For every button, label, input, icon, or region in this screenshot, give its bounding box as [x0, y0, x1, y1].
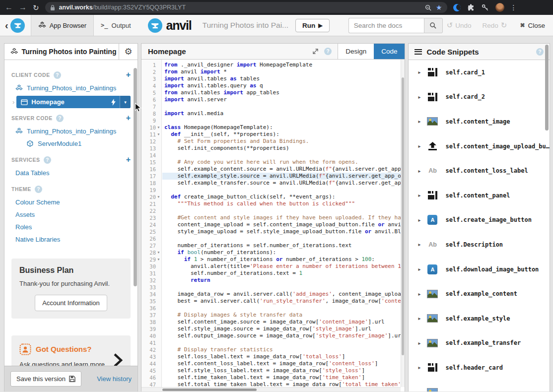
search-button[interactable] [424, 18, 443, 33]
scrollbar-thumb[interactable] [162, 389, 257, 392]
code-line[interactable]: self.content_loss_label.text = image_dat… [162, 360, 401, 367]
code-line[interactable]: self.example_content.source = anvil.URLM… [162, 166, 401, 173]
expand-caret-icon[interactable] [418, 217, 426, 223]
snippet-item[interactable]: self.header_card [418, 355, 550, 380]
tab-code[interactable]: Code [374, 44, 405, 59]
expand-caret-icon[interactable] [418, 365, 426, 370]
questions-card[interactable]: Got Questions? Ask questions and learn m… [11, 335, 131, 366]
anvil-logo-icon[interactable] [10, 18, 25, 33]
code-line[interactable]: import anvil.tables as tables [162, 75, 401, 82]
code-line[interactable]: # Any code you write here will run when … [162, 159, 401, 166]
code-line[interactable]: def create_image_button_click(self, **ev… [162, 194, 401, 200]
code-line[interactable]: self.time_taken_label.text = image_data_… [162, 374, 401, 381]
view-history-link[interactable]: View history [97, 375, 132, 383]
account-information-button[interactable]: Account Information [35, 295, 107, 311]
snippets-scrollbar[interactable] [545, 45, 549, 131]
snippet-item[interactable]: self.card_2 [418, 85, 550, 110]
expand-caret-icon[interactable] [418, 291, 426, 297]
back-chevron-icon[interactable]: ‹ [5, 20, 8, 30]
redo-button[interactable]: Redo ↻ [483, 21, 507, 30]
sidebar-item-theme[interactable]: Roles [11, 221, 131, 233]
tab-output[interactable]: >_ Output [94, 15, 138, 36]
scrollbar-thumb[interactable] [402, 77, 404, 355]
snippet-item[interactable]: self.content_loss_label [418, 158, 550, 183]
bookmark-star-icon[interactable]: ★ [436, 3, 442, 11]
expand-caret-icon[interactable] [418, 193, 426, 198]
run-button[interactable]: Run ▶ [295, 19, 330, 32]
expand-caret-icon[interactable] [418, 266, 426, 272]
code-line[interactable]: self.style_image.source = image_data_row… [162, 326, 401, 332]
sidebar-item-theme[interactable]: Assets [11, 208, 131, 221]
expand-caret-icon[interactable] [418, 168, 426, 174]
help-icon[interactable] [536, 48, 544, 56]
expand-caret-icon[interactable] [418, 316, 426, 321]
snippet-item[interactable]: self.card_1 [418, 60, 550, 85]
code-line[interactable]: import anvil.server [162, 96, 401, 103]
code-line[interactable] [162, 117, 401, 124]
code-line[interactable]: image_data_row = anvil.server.call('add_… [162, 291, 401, 298]
tab-design[interactable]: Design [338, 44, 374, 59]
add-icon[interactable] [126, 114, 131, 122]
profile-avatar[interactable] [495, 3, 504, 12]
code-line[interactable] [162, 103, 401, 110]
code-line[interactable]: #Get content and style images if they ha… [162, 214, 401, 221]
snippet-item[interactable]: self.create_image_button [418, 208, 550, 233]
tab-app-browser[interactable]: App Browser [31, 15, 94, 36]
code-line[interactable]: # Display images & style transfer data [162, 312, 401, 319]
editor-vertical-scrollbar[interactable] [401, 60, 405, 387]
snippet-item[interactable]: self.download_image_button [418, 257, 550, 282]
code-line[interactable]: self.init_components(**properties) [162, 145, 401, 152]
help-icon[interactable] [56, 115, 64, 122]
code-line[interactable]: best = anvil.server.call('run_style_tran… [162, 298, 401, 305]
code-line[interactable]: class Homepage(HomepageTemplate): [162, 124, 401, 131]
code-line[interactable] [162, 284, 401, 291]
code-line[interactable]: import anvil.media [162, 110, 401, 117]
browser-back-icon[interactable]: ← [5, 3, 13, 11]
code-line[interactable]: from anvil import * [162, 68, 401, 75]
search-input[interactable] [348, 18, 424, 33]
browser-reload-icon[interactable]: ↻ [33, 4, 39, 11]
code-line[interactable]: if 1 > number_of_iterations or number_of… [162, 256, 401, 263]
browser-menu-icon[interactable]: ⋮ [510, 3, 517, 11]
code-line[interactable]: self.output_image.source = image_data_ro… [162, 332, 401, 339]
lightning-icon[interactable] [111, 99, 116, 106]
help-icon[interactable] [35, 186, 42, 193]
code-line[interactable]: return [162, 277, 401, 284]
sidebar-item-homepage[interactable]: Homepage ▾ [16, 96, 131, 108]
snippet-item[interactable]: self.example_content [418, 281, 550, 306]
add-icon[interactable] [126, 156, 131, 164]
code-line[interactable]: self.content_image.source = image_data_r… [162, 319, 401, 326]
code-line[interactable]: self.style_loss_label.text = image_data_… [162, 367, 401, 374]
address-bar[interactable]: anvil.works/build#app:3S2VZY5QQ3PR3LYT ★ [45, 2, 447, 13]
extensions-puzzle-icon[interactable] [467, 3, 475, 12]
code-line[interactable]: import anvil.tables.query as q [162, 82, 401, 89]
expand-caret-icon[interactable] [418, 340, 426, 346]
sidebar-item-theme[interactable]: Colour Scheme [11, 196, 131, 208]
help-icon[interactable] [44, 156, 51, 164]
code-line[interactable]: self.example_style.source = anvil.URLMed… [162, 173, 401, 180]
code-line[interactable] [162, 235, 401, 242]
sidebar-item-theme[interactable]: Native Libraries [11, 233, 131, 246]
snippet-item[interactable]: self.example_transfer [418, 331, 550, 356]
snippet-item[interactable]: self.Description [418, 232, 550, 257]
extension-crescent-icon[interactable] [453, 4, 461, 11]
code-line[interactable]: def __init__(self, **properties): [162, 131, 401, 138]
snippet-item[interactable]: self.example_style [418, 306, 550, 331]
code-line[interactable] [162, 339, 401, 346]
code-line[interactable]: content_image_upload = self.content_imag… [162, 221, 401, 228]
tree-chevron-icon[interactable]: › [12, 98, 14, 106]
add-icon[interactable] [126, 71, 131, 79]
browser-forward-icon[interactable]: → [19, 3, 27, 11]
sidebar-item-server-package[interactable]: Turning_Photos_into_Paintings [11, 125, 131, 137]
form-dropdown-button[interactable]: ▾ [120, 96, 131, 108]
code-line[interactable]: """This method is called when the button… [162, 200, 401, 207]
snippet-item[interactable]: self.content_panel [418, 183, 550, 208]
help-icon[interactable] [54, 71, 61, 79]
editor-horizontal-scrollbar[interactable] [141, 387, 401, 392]
code-line[interactable]: style_image_upload = self.style_image_up… [162, 228, 401, 235]
expand-icon[interactable] [312, 48, 319, 55]
code-line[interactable]: from ._anvil_designer import HomepageTem… [162, 62, 401, 68]
undo-button[interactable]: ↺ Undo [447, 21, 472, 30]
snippet-item[interactable]: self.content_image_upload_bu… [418, 134, 550, 159]
code-line[interactable]: # Display transfer statistics [162, 346, 401, 353]
